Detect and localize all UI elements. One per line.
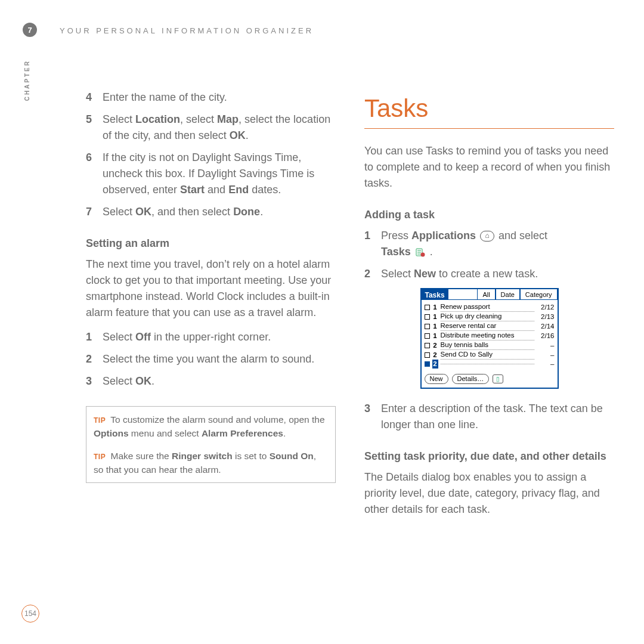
task-description[interactable]: Reserve rental car xyxy=(441,321,534,331)
chapter-side-label: CHAPTER xyxy=(24,60,30,101)
task-priority: 2 xyxy=(432,341,438,350)
task-row[interactable]: 2Buy tennis balls– xyxy=(425,340,555,350)
step-number: 3 xyxy=(364,401,381,433)
step-number: 4 xyxy=(86,89,103,106)
task-checkbox[interactable] xyxy=(425,361,430,367)
filter-category-button[interactable]: Category xyxy=(520,289,558,300)
step-number: 3 xyxy=(86,373,103,389)
task-date: – xyxy=(537,360,555,369)
task-checkbox[interactable] xyxy=(425,352,430,358)
task-checkbox[interactable] xyxy=(425,314,430,320)
step-body: Enter a description of the task. The tex… xyxy=(381,401,614,433)
alarm-intro-paragraph: The next time you travel, don’t rely on … xyxy=(86,256,336,321)
tip-label: TIP xyxy=(94,453,106,461)
task-date: 2/16 xyxy=(537,332,555,340)
new-button[interactable]: New xyxy=(425,374,448,384)
task-row[interactable]: 2– xyxy=(425,360,555,369)
tip-box: TIP To customize the alarm sound and vol… xyxy=(86,406,336,483)
task-description[interactable]: Renew passport xyxy=(441,302,534,312)
task-description[interactable]: Buy tennis balls xyxy=(441,340,534,350)
task-row[interactable]: 1Distribute meeting notes2/16 xyxy=(425,331,555,340)
step-body: Select Location, select Map, select the … xyxy=(103,112,336,144)
step-number: 2 xyxy=(364,266,381,282)
task-checkbox[interactable] xyxy=(425,324,430,329)
task-checkbox[interactable] xyxy=(425,343,430,348)
step-body: Select New to create a new task. xyxy=(381,266,614,282)
adding-task-steps-cont: 3 Enter a description of the task. The t… xyxy=(364,401,614,433)
task-description[interactable] xyxy=(441,364,534,364)
details-button[interactable]: Details… xyxy=(452,374,490,384)
step-body: Select OK, and then select Done. xyxy=(103,204,336,220)
step-body: Press Applications and select Tasks . xyxy=(381,228,614,260)
task-description[interactable]: Pick up dry cleaning xyxy=(441,312,534,321)
step-number: 5 xyxy=(86,112,103,144)
step-number: 2 xyxy=(86,351,103,367)
adding-task-steps: 1 Press Applications and select Tasks . … xyxy=(364,228,614,282)
running-head: YOUR PERSONAL INFORMATION ORGANIZER xyxy=(60,26,314,35)
text: . xyxy=(430,246,433,258)
step-body: Select Off in the upper-right corner. xyxy=(103,329,336,345)
screen-title: Tasks xyxy=(422,289,448,300)
keyboard-icon[interactable]: ▯ xyxy=(493,374,503,383)
filter-all-button[interactable]: All xyxy=(477,289,495,300)
step-body: Enter the name of the city. xyxy=(103,89,336,106)
step-number: 6 xyxy=(86,150,103,198)
tip-label: TIP xyxy=(94,416,106,425)
step-body: Select OK. xyxy=(103,373,336,389)
svg-point-1 xyxy=(420,253,425,257)
text: and select xyxy=(499,230,547,242)
alarm-steps-list: 1Select Off in the upper-right corner.2S… xyxy=(86,329,336,389)
task-priority: 1 xyxy=(432,322,438,331)
tasks-intro: You can use Tasks to remind you of tasks… xyxy=(364,143,614,191)
task-row[interactable]: 1Reserve rental car2/14 xyxy=(425,321,555,331)
task-date: 2/14 xyxy=(537,322,555,331)
tip-2-text: Make sure the Ringer switch is set to So… xyxy=(94,451,316,475)
chapter-number-badge: 7 xyxy=(23,23,37,37)
task-priority: 2 xyxy=(432,351,438,360)
task-row[interactable]: 2Send CD to Sally– xyxy=(425,350,555,360)
task-priority: 1 xyxy=(432,303,438,312)
tasks-section-title: Tasks xyxy=(364,89,614,127)
step-number: 1 xyxy=(364,228,381,260)
task-date: 2/13 xyxy=(537,312,555,321)
task-date: – xyxy=(537,351,555,360)
section-rule xyxy=(364,128,614,129)
adding-task-heading: Adding a task xyxy=(364,207,614,223)
task-date: – xyxy=(537,341,555,350)
details-body: The Details dialog box enables you to as… xyxy=(364,469,614,518)
right-column: Tasks You can use Tasks to remind you of… xyxy=(364,89,614,518)
task-description[interactable]: Distribute meeting notes xyxy=(441,331,534,340)
tasks-app-icon xyxy=(415,247,426,258)
task-checkbox[interactable] xyxy=(425,305,430,310)
tip-1-text: To customize the alarm sound and volume,… xyxy=(94,414,325,438)
task-description[interactable]: Send CD to Sally xyxy=(441,350,534,360)
setting-details-heading: Setting task priority, due date, and oth… xyxy=(364,448,614,465)
left-column: 4Enter the name of the city.5Select Loca… xyxy=(86,89,336,518)
task-priority: 2 xyxy=(432,360,438,369)
step-number: 1 xyxy=(86,329,103,345)
text: Press xyxy=(381,230,411,242)
applications-icon xyxy=(480,231,494,242)
step-body: If the city is not on Daylight Savings T… xyxy=(103,150,336,198)
filter-date-button[interactable]: Date xyxy=(496,289,520,300)
task-date: 2/12 xyxy=(537,303,555,312)
task-row[interactable]: 1Renew passport2/12 xyxy=(425,302,555,312)
city-steps-list: 4Enter the name of the city.5Select Loca… xyxy=(86,89,336,220)
applications-label: Applications xyxy=(411,230,476,242)
tasks-label: Tasks xyxy=(381,246,411,258)
task-priority: 1 xyxy=(432,312,438,321)
setting-alarm-heading: Setting an alarm xyxy=(86,236,336,252)
task-priority: 1 xyxy=(432,332,438,340)
task-checkbox[interactable] xyxy=(425,333,430,339)
step-body: Select the time you want the alarm to so… xyxy=(103,351,336,367)
tasks-app-screenshot: Tasks All Date Category 1Renew passport2… xyxy=(420,288,559,389)
page-number: 154 xyxy=(21,605,39,623)
task-row[interactable]: 1Pick up dry cleaning2/13 xyxy=(425,312,555,321)
step-number: 7 xyxy=(86,204,103,220)
